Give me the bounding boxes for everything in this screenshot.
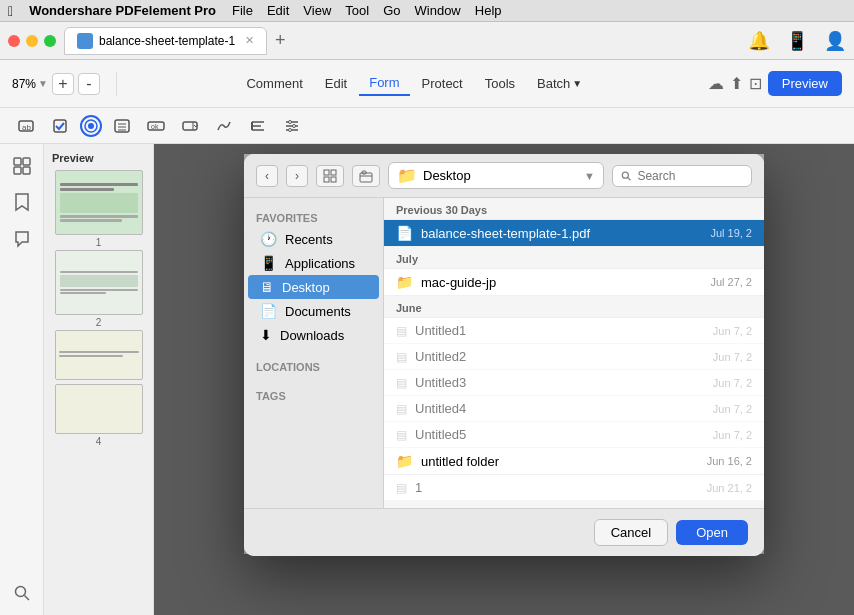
dialog-newdir-button[interactable] <box>352 165 380 187</box>
active-tab[interactable]: balance-sheet-template-1 ✕ <box>64 27 267 55</box>
dialog-search[interactable] <box>612 165 752 187</box>
menubar:  Wondershare PDFelement Pro File Edit V… <box>0 0 854 22</box>
file-item-mac-guide[interactable]: 📁 mac-guide-jp Jul 27, 2 <box>384 269 764 296</box>
dialog-view-button[interactable] <box>316 165 344 187</box>
menu-help[interactable]: Help <box>475 3 502 18</box>
toolbar-right: ☁ ⬆ ⊡ Preview <box>708 71 842 96</box>
dialog-forward-button[interactable]: › <box>286 165 308 187</box>
input-icon[interactable]: ok <box>142 112 170 140</box>
dialog-location[interactable]: 📁 Desktop ▼ <box>388 162 604 189</box>
file-list: Previous 30 Days 📄 balance-sheet-templat… <box>384 198 764 508</box>
menu-window[interactable]: Window <box>415 3 461 18</box>
thumbnail-4[interactable]: 4 <box>52 384 145 449</box>
sidebar-item-recents[interactable]: 🕐 Recents <box>248 227 379 251</box>
dialog-overlay: ‹ › 📁 Desktop ▼ <box>154 144 854 615</box>
zoom-in-button[interactable]: + <box>52 73 74 95</box>
open-button[interactable]: Open <box>676 520 748 545</box>
file-name-untitled2: Untitled2 <box>415 349 705 364</box>
annotation-icon[interactable] <box>8 224 36 252</box>
folder-icon-mac-guide: 📁 <box>396 274 413 290</box>
cloud-upload-icon[interactable]: ☁ <box>708 74 724 93</box>
applications-icon: 📱 <box>260 255 277 271</box>
menu-go[interactable]: Go <box>383 3 400 18</box>
batch-dropdown-icon: ▼ <box>572 78 582 89</box>
app-name: Wondershare PDFelement Pro <box>29 3 216 18</box>
content-area: Preview 1 <box>44 144 854 615</box>
cancel-button[interactable]: Cancel <box>594 519 668 546</box>
notification-icon[interactable]: 🔔 <box>748 30 770 52</box>
svg-line-28 <box>24 596 29 601</box>
align-left-icon[interactable] <box>244 112 272 140</box>
sidebar-item-documents[interactable]: 📄 Documents <box>248 299 379 323</box>
thumbnail-2[interactable]: 2 <box>52 250 145 330</box>
menu-edit[interactable]: Edit <box>267 3 289 18</box>
protect-menu-button[interactable]: Protect <box>412 72 473 95</box>
dropdown-icon[interactable] <box>176 112 204 140</box>
documents-icon: 📄 <box>260 303 277 319</box>
mobile-icon[interactable]: 📱 <box>786 30 808 52</box>
search-input[interactable] <box>637 169 743 183</box>
text-field-icon[interactable]: ab <box>12 112 40 140</box>
left-sidebar <box>0 144 44 615</box>
toolbar-left: 87% ▼ + - <box>12 73 100 95</box>
comment-menu-button[interactable]: Comment <box>236 72 312 95</box>
sidebar-item-desktop[interactable]: 🖥 Desktop <box>248 275 379 299</box>
account-icon[interactable]: 👤 <box>824 30 846 52</box>
file-date-untitled1: Jun 7, 2 <box>713 325 752 337</box>
list-icon[interactable] <box>108 112 136 140</box>
file-item-untitled3[interactable]: ▤ Untitled3 Jun 7, 2 <box>384 370 764 396</box>
layout-icon[interactable]: ⊡ <box>749 74 762 93</box>
zoom-out-button[interactable]: - <box>78 73 100 95</box>
settings-icon[interactable] <box>278 112 306 140</box>
apple-menu[interactable]:  <box>8 3 13 19</box>
zoom-control[interactable]: 87% ▼ <box>12 77 48 91</box>
dialog-back-button[interactable]: ‹ <box>256 165 278 187</box>
thumbnail-1[interactable]: 1 <box>52 170 145 250</box>
add-tab-button[interactable]: + <box>275 30 286 51</box>
close-button[interactable] <box>8 35 20 47</box>
thumbnail-3[interactable] <box>52 330 145 380</box>
svg-point-22 <box>289 128 292 131</box>
desktop-label: Desktop <box>282 280 330 295</box>
file-item-untitled2[interactable]: ▤ Untitled2 Jun 7, 2 <box>384 344 764 370</box>
sidebar-item-downloads[interactable]: ⬇ Downloads <box>248 323 379 347</box>
file-item-untitled-folder[interactable]: 📁 untitled folder Jun 16, 2 <box>384 448 764 475</box>
location-dropdown-icon[interactable]: ▼ <box>584 170 595 182</box>
menu-file[interactable]: File <box>232 3 253 18</box>
menu-tool[interactable]: Tool <box>345 3 369 18</box>
file-item-1[interactable]: ▤ 1 Jun 21, 2 <box>384 475 764 501</box>
search-icon[interactable] <box>8 579 36 607</box>
file-item-untitled4[interactable]: ▤ Untitled4 Jun 7, 2 <box>384 396 764 422</box>
file-item-untitled5[interactable]: ▤ Untitled5 Jun 7, 2 <box>384 422 764 448</box>
minimize-button[interactable] <box>26 35 38 47</box>
section-june: June <box>384 296 764 318</box>
tools-menu-button[interactable]: Tools <box>475 72 525 95</box>
share-icon[interactable]: ⬆ <box>730 74 743 93</box>
file-name-untitled3: Untitled3 <box>415 375 705 390</box>
zoom-dropdown-icon[interactable]: ▼ <box>38 78 48 89</box>
file-name-untitled4: Untitled4 <box>415 401 705 416</box>
tags-label: Tags <box>244 384 383 405</box>
edit-menu-button[interactable]: Edit <box>315 72 357 95</box>
checkbox-icon[interactable] <box>46 112 74 140</box>
form-menu-button[interactable]: Form <box>359 71 409 96</box>
preview-button[interactable]: Preview <box>768 71 842 96</box>
main-area: Preview 1 <box>0 144 854 615</box>
bookmark-icon[interactable] <box>8 188 36 216</box>
file-item-balance-sheet[interactable]: 📄 balance-sheet-template-1.pdf Jul 19, 2 <box>384 220 764 247</box>
window-controls[interactable] <box>8 35 56 47</box>
file-icon-untitled4: ▤ <box>396 402 407 416</box>
svg-point-35 <box>622 172 628 178</box>
maximize-button[interactable] <box>44 35 56 47</box>
radio-icon[interactable] <box>80 115 102 137</box>
sidebar-item-applications[interactable]: 📱 Applications <box>248 251 379 275</box>
signature-icon[interactable] <box>210 112 238 140</box>
file-item-untitled1[interactable]: ▤ Untitled1 Jun 7, 2 <box>384 318 764 344</box>
recents-icon: 🕐 <box>260 231 277 247</box>
tab-close-button[interactable]: ✕ <box>245 34 254 47</box>
batch-menu-button[interactable]: Batch▼ <box>527 72 592 95</box>
svg-rect-23 <box>14 158 21 165</box>
thumbnails-icon[interactable] <box>8 152 36 180</box>
file-icon-untitled1: ▤ <box>396 324 407 338</box>
menu-view[interactable]: View <box>303 3 331 18</box>
